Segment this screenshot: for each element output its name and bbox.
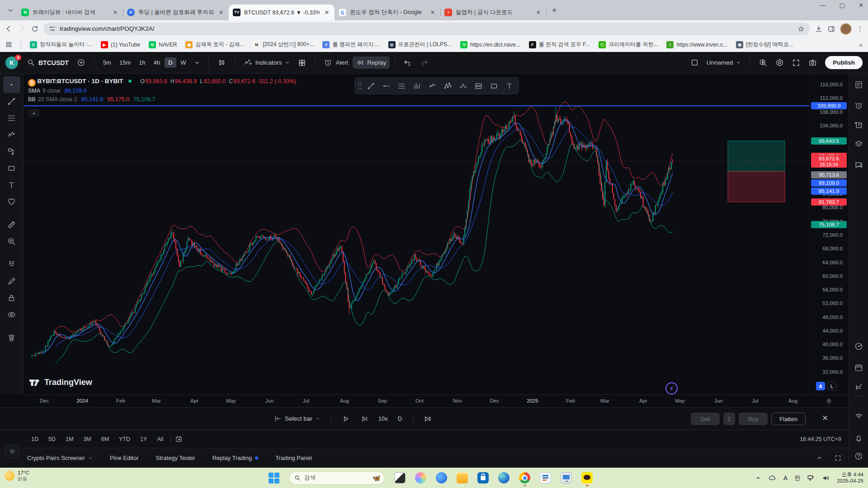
new-tab-button[interactable]: + bbox=[548, 4, 561, 17]
price-axis[interactable]: 116,000.0112,000.0108,000.0104,000.084,0… bbox=[809, 74, 849, 394]
data-window-button[interactable] bbox=[852, 380, 865, 393]
watchlist-button[interactable] bbox=[852, 78, 865, 91]
replay-button[interactable]: Replay bbox=[353, 56, 390, 69]
side-panel-icon[interactable] bbox=[827, 25, 835, 33]
lock-all-tool[interactable] bbox=[3, 290, 20, 306]
timeframe-15m[interactable]: 15m bbox=[116, 57, 134, 68]
qty-field[interactable]: 1 bbox=[723, 413, 735, 425]
range-5d[interactable]: 5D bbox=[44, 434, 60, 444]
notes-icon[interactable] bbox=[540, 472, 551, 483]
timeframe-chevron-icon[interactable] bbox=[191, 58, 203, 68]
time-axis[interactable]: Dec2024FebMarAprMayJunJulAugSepOctNovDec… bbox=[24, 394, 809, 407]
address-bar[interactable]: tradingview.com/chart/POQYJK2A/ bbox=[43, 23, 810, 35]
bookmark-item-1[interactable]: C창작자들의 놀이터 :... bbox=[30, 41, 92, 48]
sell-button[interactable]: Sell bbox=[691, 413, 720, 425]
bookmark-item-9[interactable]: F롤 전적 검색 포우 F... bbox=[529, 41, 590, 48]
bookmark-item-4[interactable]: ◉김재옥 토익 - 김재... bbox=[185, 41, 244, 48]
bookmark-item-7[interactable]: ◎프로관전러 | LOLPS... bbox=[388, 41, 452, 48]
tab-close-icon[interactable]: ✕ bbox=[112, 9, 119, 16]
range-3m[interactable]: 3M bbox=[79, 434, 95, 444]
news-button[interactable] bbox=[852, 118, 865, 131]
replay-close-icon[interactable]: ✕ bbox=[822, 413, 828, 423]
replay-interval[interactable]: D bbox=[394, 415, 406, 422]
tab-close-icon[interactable]: ✕ bbox=[535, 9, 542, 16]
tab-close-icon[interactable]: ✕ bbox=[323, 9, 330, 16]
favorites-toolbar-button[interactable]: ☆ bbox=[5, 445, 19, 458]
zoom-in-tool[interactable] bbox=[3, 233, 20, 250]
fib-retracement-tool[interactable] bbox=[394, 79, 409, 93]
emoji-tool[interactable] bbox=[3, 193, 20, 210]
axis-gear-icon[interactable] bbox=[826, 398, 832, 404]
store-icon[interactable] bbox=[477, 472, 489, 483]
boost-lightning-button[interactable]: ⚡ bbox=[665, 382, 678, 394]
indicators-button[interactable]: Indicators bbox=[240, 56, 294, 69]
browser-tab-2[interactable]: D투딩 | 올바른 암호화폐 투자의✕ bbox=[123, 5, 229, 20]
remove-all-tool[interactable] bbox=[3, 329, 20, 346]
publish-button[interactable]: Publish bbox=[825, 56, 863, 69]
range-ytd[interactable]: YTD bbox=[115, 434, 134, 444]
text-tool-tool[interactable] bbox=[3, 177, 20, 193]
kakaotalk-icon[interactable] bbox=[581, 472, 593, 483]
taskview-icon[interactable] bbox=[394, 472, 406, 483]
chart-style-icon[interactable] bbox=[214, 56, 230, 69]
browser-tab-1[interactable]: N트레이딩뷰 : 네이버 검색✕ bbox=[17, 5, 123, 20]
compare-add-icon[interactable] bbox=[73, 56, 89, 69]
rectangle-tool[interactable] bbox=[486, 79, 501, 93]
candlestick-chart[interactable] bbox=[24, 74, 809, 394]
back-icon[interactable] bbox=[5, 24, 13, 33]
tab-search-button[interactable] bbox=[5, 5, 16, 16]
timeframe-5m[interactable]: 5m bbox=[99, 57, 115, 68]
timeframe-d[interactable]: D bbox=[165, 57, 176, 68]
elliott-wave-tool[interactable] bbox=[425, 79, 440, 93]
replay-step-forward-icon[interactable] bbox=[358, 413, 372, 425]
tray-chevron-up-icon[interactable] bbox=[755, 475, 761, 481]
weather-widget[interactable]: 17°C맑음 bbox=[5, 470, 29, 482]
ime-lang-a[interactable]: A bbox=[783, 474, 788, 482]
save-layout-checkbox-icon[interactable] bbox=[687, 56, 702, 69]
forward-icon[interactable] bbox=[18, 24, 26, 33]
auto-scale-button[interactable]: A bbox=[816, 382, 825, 390]
statusbar-replay-trading[interactable]: Replay Trading bbox=[212, 455, 258, 461]
copilot-icon[interactable] bbox=[415, 472, 426, 483]
range-6m[interactable]: 6M bbox=[97, 434, 113, 444]
radar-button[interactable] bbox=[852, 340, 865, 353]
browser-tab-3[interactable]: TVBTCUSDT 93,672.6 ▼ -0.33%✕ bbox=[229, 5, 335, 20]
range-1y[interactable]: 1Y bbox=[136, 434, 151, 444]
drag-handle-icon[interactable] bbox=[357, 79, 363, 93]
statusbar-pine-editor[interactable]: Pine Editor bbox=[110, 455, 139, 461]
profile-avatar[interactable] bbox=[840, 23, 852, 35]
legend-collapse-button[interactable]: ▲ bbox=[29, 109, 39, 117]
reload-icon[interactable] bbox=[31, 25, 39, 33]
symbol-search-button[interactable]: BTCUSDT bbox=[24, 56, 72, 69]
crosshair-tool[interactable] bbox=[3, 76, 20, 93]
feed-button[interactable] bbox=[852, 409, 865, 422]
chrome-icon[interactable] bbox=[519, 472, 530, 483]
horizontal-ray-tool[interactable] bbox=[378, 79, 394, 93]
trend-line-tool[interactable] bbox=[3, 93, 20, 110]
start-button[interactable] bbox=[269, 473, 279, 483]
elliott-wave-tool[interactable] bbox=[3, 127, 20, 143]
minimize-button[interactable]: — bbox=[820, 2, 826, 9]
notifications-button[interactable] bbox=[852, 432, 865, 445]
indicator-legend-row[interactable]: SMA9 close89,109.0 bbox=[28, 87, 296, 95]
collapse-panel-icon[interactable] bbox=[816, 455, 823, 461]
goto-date-icon[interactable] bbox=[175, 435, 183, 443]
explorer-icon[interactable] bbox=[457, 472, 468, 483]
magnet-tool[interactable] bbox=[3, 256, 20, 273]
bookmark-item-6[interactable]: #롤 챔피언 페이지:... bbox=[322, 41, 379, 48]
quick-search-icon[interactable] bbox=[755, 56, 771, 69]
range-1m[interactable]: 1M bbox=[61, 434, 77, 444]
settings-gear-icon[interactable] bbox=[772, 56, 788, 69]
remote-pc-icon[interactable] bbox=[561, 472, 572, 483]
browser-tab-5[interactable]: ◖알캡처 | 공식 다운로드✕ bbox=[440, 5, 546, 20]
user-avatar[interactable]: K4 bbox=[5, 56, 18, 69]
bars-pattern-tool[interactable] bbox=[409, 79, 425, 93]
draw-tool[interactable] bbox=[3, 273, 20, 290]
calendar-button[interactable] bbox=[852, 361, 865, 374]
flatten-button[interactable]: Flatten bbox=[771, 413, 806, 425]
bookmark-item-2[interactable]: ▶(1) YouTube bbox=[101, 41, 140, 48]
network-icon[interactable] bbox=[807, 474, 815, 482]
redo-icon[interactable] bbox=[416, 56, 432, 69]
prediction-tool[interactable] bbox=[3, 143, 20, 160]
maximize-button[interactable]: ▢ bbox=[840, 2, 845, 9]
